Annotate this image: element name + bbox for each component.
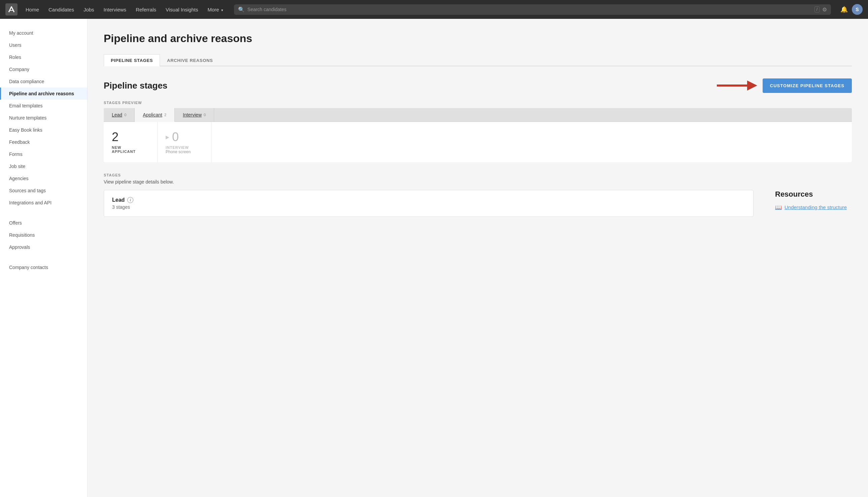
- sidebar-item-integrations[interactable]: Integrations and API: [0, 197, 87, 209]
- page-layout: My account Users Roles Company Data comp…: [0, 19, 868, 497]
- stages-tab-bar: Lead 0 Applicant 2 Interview 0: [104, 108, 852, 122]
- resources-link[interactable]: 📖 Understanding the structure: [775, 204, 852, 211]
- sidebar-item-easy-book[interactable]: Easy Book links: [0, 124, 87, 136]
- nav-jobs[interactable]: Jobs: [80, 4, 98, 15]
- sidebar-item-data-compliance[interactable]: Data compliance: [0, 75, 87, 87]
- sidebar-item-forms[interactable]: Forms: [0, 148, 87, 160]
- nav-candidates[interactable]: Candidates: [44, 4, 78, 15]
- customize-pipeline-stages-button[interactable]: CUSTOMIZE PIPELINE STAGES: [763, 79, 852, 93]
- app-logo[interactable]: [5, 3, 17, 15]
- stage-cell-number: 2: [112, 130, 149, 144]
- page-title: Pipeline and archive reasons: [104, 32, 852, 45]
- stages-description: View pipeline stage details below.: [104, 179, 852, 185]
- sidebar-item-feedback[interactable]: Feedback: [0, 136, 87, 148]
- sidebar-item-nurture-templates[interactable]: Nurture templates: [0, 112, 87, 124]
- sidebar-item-job-site[interactable]: Job site: [0, 160, 87, 172]
- nav-interviews[interactable]: Interviews: [100, 4, 131, 15]
- nav-home[interactable]: Home: [22, 4, 43, 15]
- stage-tab-lead-name: Lead: [112, 112, 122, 117]
- filter-icon[interactable]: ⚙: [822, 6, 827, 13]
- search-bar: 🔍 / ⚙: [234, 4, 831, 15]
- main-content: Pipeline and archive reasons PIPELINE ST…: [87, 19, 868, 497]
- resources-link-text[interactable]: Understanding the structure: [784, 204, 847, 210]
- right-arrow-icon: [717, 77, 757, 94]
- sidebar-item-roles[interactable]: Roles: [0, 51, 87, 63]
- stage-cell-label-interview: INTERVIEW: [166, 145, 203, 150]
- search-shortcut-badge: /: [814, 6, 820, 12]
- stage-cell-interview: ▶ 0 INTERVIEW Phone screen: [158, 122, 211, 162]
- stage-tab-applicant-name: Applicant: [143, 112, 162, 117]
- stage-cell-sub-phone-screen: Phone screen: [166, 150, 203, 154]
- sidebar-item-requisitions[interactable]: Requisitions: [0, 229, 87, 241]
- sidebar-item-agencies[interactable]: Agencies: [0, 172, 87, 185]
- sidebar-item-users[interactable]: Users: [0, 39, 87, 51]
- stages-section-label: STAGES: [104, 173, 852, 177]
- section-header: Pipeline stages CUSTOMIZE PIPELINE STAGE…: [104, 77, 852, 94]
- stage-tab-applicant-count: 2: [164, 113, 166, 117]
- top-navigation: Home Candidates Jobs Interviews Referral…: [0, 0, 868, 19]
- sidebar: My account Users Roles Company Data comp…: [0, 19, 87, 497]
- stages-preview-label: STAGES PREVIEW: [104, 101, 852, 105]
- stage-arrow-icon: ▶: [166, 134, 169, 140]
- lead-info-icon[interactable]: i: [127, 197, 133, 203]
- stages-section: STAGES View pipeline stage details below…: [104, 173, 852, 217]
- notifications-bell-icon[interactable]: 🔔: [840, 6, 848, 13]
- stages-content: 2 NEWAPPLICANT ▶ 0 INTERVIEW Phone scree…: [104, 122, 852, 162]
- svg-marker-2: [747, 81, 757, 90]
- resources-panel: Resources 📖 Understanding the structure: [764, 190, 852, 211]
- book-icon: 📖: [775, 204, 782, 211]
- stage-tab-interview-name: Interview: [183, 112, 202, 117]
- sidebar-item-approvals[interactable]: Approvals: [0, 241, 87, 253]
- sidebar-item-email-templates[interactable]: Email templates: [0, 100, 87, 112]
- sidebar-item-my-account[interactable]: My account: [0, 27, 87, 39]
- stages-preview-container: Lead 0 Applicant 2 Interview 0 2 NEWAPPL…: [104, 108, 852, 162]
- arrow-container: CUSTOMIZE PIPELINE STAGES: [717, 77, 852, 94]
- lead-card-stages: 3 stages: [112, 204, 133, 210]
- nav-more[interactable]: More ▾: [203, 4, 227, 15]
- stage-tab-lead[interactable]: Lead 0: [104, 108, 135, 122]
- sidebar-item-company-contacts[interactable]: Company contacts: [0, 261, 87, 273]
- lead-card: Lead i 3 stages: [104, 190, 754, 217]
- stage-tab-interview-count: 0: [204, 113, 206, 117]
- stage-cell-label-new-applicant: NEWAPPLICANT: [112, 145, 149, 154]
- stage-cell-interview-number: 0: [172, 130, 179, 144]
- stage-cell-new-applicant: 2 NEWAPPLICANT: [104, 122, 158, 162]
- sidebar-item-company[interactable]: Company: [0, 63, 87, 75]
- more-caret-icon: ▾: [221, 8, 223, 12]
- stage-tab-lead-count: 0: [124, 113, 126, 117]
- section-tabs: PIPELINE STAGES ARCHIVE REASONS: [104, 54, 852, 66]
- stage-tab-applicant[interactable]: Applicant 2: [135, 108, 175, 122]
- tab-pipeline-stages[interactable]: PIPELINE STAGES: [104, 54, 160, 66]
- resources-title: Resources: [775, 190, 852, 199]
- search-input[interactable]: [247, 7, 812, 12]
- avatar[interactable]: S: [852, 4, 863, 15]
- sidebar-item-offers[interactable]: Offers: [0, 217, 87, 229]
- sidebar-item-pipeline-archive[interactable]: Pipeline and archive reasons: [0, 87, 87, 100]
- stage-tab-interview[interactable]: Interview 0: [175, 108, 214, 122]
- tab-archive-reasons[interactable]: ARCHIVE REASONS: [160, 54, 220, 66]
- svg-rect-0: [5, 3, 17, 15]
- nav-referrals[interactable]: Referrals: [132, 4, 160, 15]
- section-title: Pipeline stages: [104, 81, 167, 91]
- nav-visual-insights[interactable]: Visual Insights: [161, 4, 202, 15]
- search-icon: 🔍: [238, 6, 245, 13]
- sidebar-item-sources-tags[interactable]: Sources and tags: [0, 185, 87, 197]
- lead-card-title: Lead i: [112, 197, 133, 203]
